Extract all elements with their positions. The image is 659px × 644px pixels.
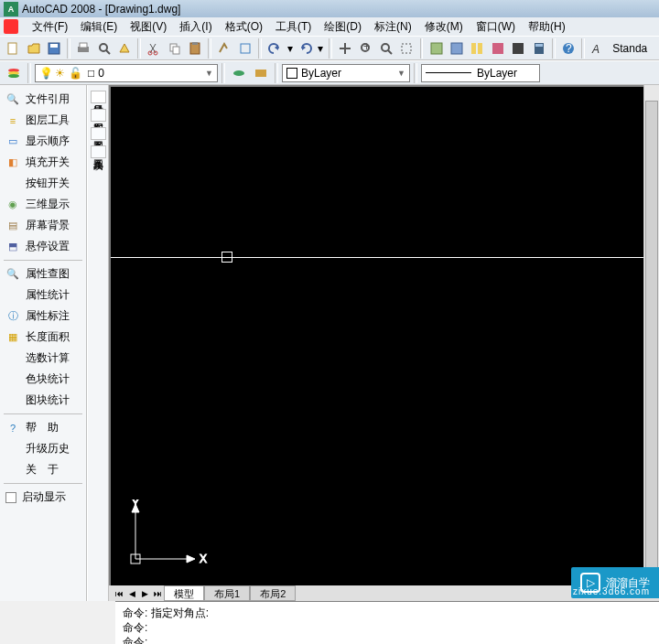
properties-button[interactable] — [427, 38, 445, 59]
menu-help[interactable]: 帮助(H) — [522, 19, 572, 35]
layer-state-button[interactable] — [251, 63, 271, 83]
drawing-canvas[interactable]: Y X — [109, 85, 643, 585]
side-item-1-3[interactable]: ◧填充开关 — [0, 152, 86, 173]
open-button[interactable] — [24, 38, 42, 59]
color-combo[interactable]: ByLayer ▼ — [282, 64, 410, 82]
vertical-scrollbar[interactable] — [643, 85, 659, 585]
vtab-shapes[interactable]: 图形工具 — [91, 127, 106, 140]
pan-button[interactable] — [336, 38, 354, 59]
print-button[interactable] — [74, 38, 92, 59]
side-item-2-1[interactable]: 属性统计 — [0, 284, 86, 306]
chevron-down-icon: ▼ — [205, 69, 213, 78]
main-area: 🔍文件引用≡图层工具▭显示顺序◧填充开关按钮开关◉三维显示▤屏幕背景⬒悬停设置 … — [0, 85, 659, 601]
side-item-2-2[interactable]: ⓘ属性标注 — [0, 306, 86, 327]
cut-button[interactable] — [145, 38, 163, 59]
svg-text:A: A — [591, 43, 600, 56]
tab-first-button[interactable]: ⏮ — [113, 587, 125, 600]
tab-model[interactable]: 模型 — [164, 585, 204, 601]
side-icon: ⓘ — [5, 309, 20, 324]
redo-button[interactable] — [296, 38, 314, 59]
markup-button[interactable] — [509, 38, 527, 59]
app-icon: A — [4, 2, 18, 16]
menu-draw[interactable]: 绘图(D) — [318, 19, 368, 35]
menu-format[interactable]: 格式(O) — [219, 19, 269, 35]
menu-view[interactable]: 视图(V) — [124, 19, 173, 35]
svg-point-38 — [233, 70, 244, 76]
dropdown-undo[interactable]: ▾ — [286, 38, 294, 59]
side-item-2-0[interactable]: 🔍属性查图 — [0, 263, 86, 284]
side-item-2-6[interactable]: 图块统计 — [0, 390, 86, 411]
svg-rect-24 — [431, 43, 442, 54]
layer-combo[interactable]: 💡 ☀ 🔓 □ 0 ▼ — [35, 64, 218, 82]
menu-dimension[interactable]: 标注(N) — [368, 19, 418, 35]
help-button[interactable]: ? — [559, 38, 578, 59]
startup-toggle[interactable]: 启动显示 — [0, 487, 86, 508]
side-item-3-0[interactable]: ?帮 助 — [0, 417, 86, 438]
paste-button[interactable] — [186, 38, 204, 59]
vtab-stats[interactable]: 显示统计 — [91, 91, 106, 103]
tab-layout1[interactable]: 布局1 — [204, 585, 250, 601]
svg-text:X: X — [200, 553, 207, 565]
side-item-1-2[interactable]: ▭显示顺序 — [0, 131, 86, 152]
vertical-tab-strip: 显示统计 图层布局 图形工具 图块工具 — [87, 85, 109, 601]
side-label: 图层工具 — [26, 113, 70, 128]
copy-button[interactable] — [165, 38, 183, 59]
svg-line-6 — [106, 50, 110, 54]
side-item-3-2[interactable]: 关 于 — [0, 459, 86, 480]
ucs-icon: Y X — [122, 499, 213, 573]
side-item-2-5[interactable]: 色块统计 — [0, 369, 86, 390]
block-button[interactable] — [235, 38, 254, 59]
undo-button[interactable] — [265, 38, 284, 59]
layer-manager-button[interactable] — [4, 63, 24, 83]
side-item-1-7[interactable]: ⬒悬停设置 — [0, 236, 86, 257]
command-line[interactable]: 命令: 指定对角点: 命令: 命令: — [115, 601, 659, 644]
side-item-1-5[interactable]: ◉三维显示 — [0, 194, 86, 215]
dsc-button[interactable] — [448, 38, 466, 59]
tool-palettes-button[interactable] — [468, 38, 486, 59]
match-button[interactable] — [215, 38, 233, 59]
zoom-prev-button[interactable] — [377, 38, 395, 59]
ssm-button[interactable] — [489, 38, 507, 59]
menu-window[interactable]: 窗口(W) — [470, 19, 522, 35]
tab-last-button[interactable]: ⏭ — [151, 587, 164, 600]
side-item-1-6[interactable]: ▤屏幕背景 — [0, 215, 86, 236]
new-button[interactable] — [4, 38, 22, 59]
publish-button[interactable] — [115, 38, 134, 59]
separator — [420, 38, 424, 59]
separator — [67, 38, 70, 59]
side-item-2-3[interactable]: ▦长度面积 — [0, 327, 86, 348]
menu-file[interactable]: 文件(F) — [26, 19, 74, 35]
layer-prev-button[interactable] — [229, 63, 249, 83]
svg-rect-0 — [8, 43, 16, 54]
zoom-rt-button[interactable]: + — [356, 38, 374, 59]
svg-rect-15 — [192, 42, 198, 45]
side-item-1-1[interactable]: ≡图层工具 — [0, 110, 86, 131]
preview-button[interactable] — [94, 38, 113, 59]
side-item-1-0[interactable]: 🔍文件引用 — [0, 89, 86, 110]
side-item-1-4[interactable]: 按钮开关 — [0, 173, 86, 194]
menu-tools[interactable]: 工具(T) — [269, 19, 318, 35]
menu-modify[interactable]: 修改(M) — [418, 19, 470, 35]
linetype-combo[interactable]: ByLayer — [421, 64, 540, 82]
vtab-layers[interactable]: 图层布局 — [91, 109, 106, 122]
dropdown-redo[interactable]: ▾ — [317, 38, 325, 59]
svg-rect-26 — [471, 43, 476, 54]
tab-next-button[interactable]: ▶ — [138, 587, 151, 600]
side-item-3-1[interactable]: 升级历史 — [0, 438, 86, 459]
menu-insert[interactable]: 插入(I) — [173, 19, 218, 35]
side-label: 显示顺序 — [26, 134, 70, 149]
zoom-window-button[interactable] — [397, 38, 416, 59]
tab-prev-button[interactable]: ◀ — [125, 587, 138, 600]
cmd-line2: 命令: — [123, 620, 652, 635]
autocad-logo-icon[interactable] — [4, 19, 18, 34]
side-label: 按钮开关 — [26, 176, 70, 191]
scrollbar-thumb[interactable] — [645, 101, 658, 570]
calc-button[interactable] — [529, 38, 547, 59]
textstyle-button[interactable]: A — [589, 38, 607, 59]
tab-layout2[interactable]: 布局2 — [250, 585, 296, 601]
side-item-2-4[interactable]: 选数计算 — [0, 348, 86, 369]
vtab-blocks[interactable]: 图块工具 — [91, 145, 106, 158]
save-button[interactable] — [45, 38, 63, 59]
color-value: ByLayer — [301, 67, 341, 80]
menu-edit[interactable]: 编辑(E) — [74, 19, 124, 35]
